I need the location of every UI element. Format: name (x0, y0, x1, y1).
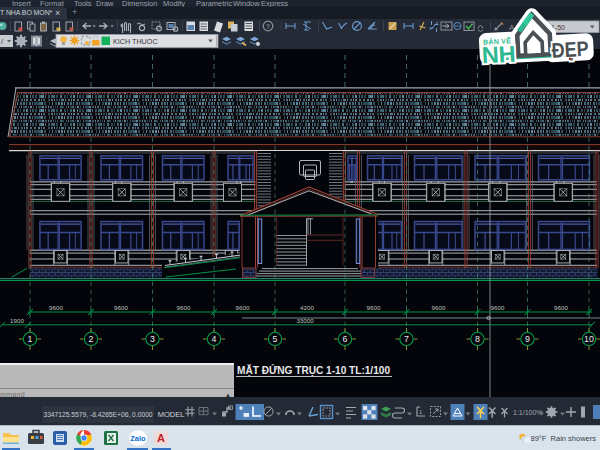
svg-text:7: 7 (404, 334, 409, 344)
svg-text:9600: 9600 (177, 304, 191, 311)
svg-text:6: 6 (343, 334, 348, 344)
svg-text:2: 2 (89, 334, 94, 344)
svg-text:5: 5 (273, 334, 278, 344)
svg-text:8: 8 (475, 334, 480, 344)
svg-text:9600: 9600 (49, 304, 63, 311)
svg-text:NH: NH (481, 41, 516, 69)
svg-text:A: A (157, 432, 165, 444)
svg-text:9600: 9600 (491, 304, 505, 311)
svg-text:9600: 9600 (367, 304, 381, 311)
svg-text:Zalo: Zalo (130, 434, 146, 443)
svg-text:9600: 9600 (236, 304, 250, 311)
svg-text:33000: 33000 (296, 317, 314, 324)
svg-text:KICH THUOC: KICH THUOC (113, 37, 158, 46)
svg-text:4200: 4200 (300, 304, 314, 311)
svg-text:1: 1 (28, 334, 33, 344)
svg-text:3: 3 (150, 334, 155, 344)
svg-text:9600: 9600 (432, 304, 446, 311)
svg-text:/: / (1, 38, 3, 45)
svg-text:9: 9 (525, 334, 530, 344)
svg-text:?: ? (266, 23, 270, 30)
svg-text:1900: 1900 (10, 317, 24, 324)
svg-text:1: 1 (419, 409, 423, 415)
svg-text:MẶT ĐỨNG TRỤC 1-10 TL:1/100: MẶT ĐỨNG TRỤC 1-10 TL:1/100 (237, 364, 390, 377)
svg-text:4: 4 (212, 334, 217, 344)
svg-text:9600: 9600 (114, 304, 128, 311)
svg-text:10: 10 (584, 334, 594, 344)
svg-text:9600: 9600 (554, 304, 568, 311)
svg-text:1:1/100%: 1:1/100% (513, 409, 543, 416)
